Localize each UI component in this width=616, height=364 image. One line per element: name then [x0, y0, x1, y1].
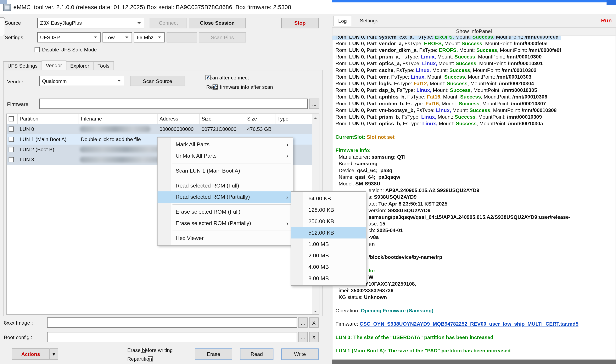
submenu-item-2-00-mb[interactable]: 2.00 MB	[291, 250, 366, 261]
submenu-item-1-00-mb[interactable]: 1.00 MB	[291, 238, 366, 250]
submenu-item-8-00-mb[interactable]: 8.00 MB	[291, 273, 366, 284]
source-dropdown-value: Z3X EasyJtagPlus	[40, 20, 82, 26]
column-header[interactable]: Address	[158, 114, 200, 124]
source-dropdown[interactable]: Z3X EasyJtagPlus	[37, 18, 144, 28]
log-line	[332, 327, 616, 334]
log-line: W	[332, 274, 616, 280]
log-line: Rom: LUN 0, Part: modem_b, FsType: Fat16…	[332, 100, 616, 107]
speed-dropdown-value: Low	[105, 34, 115, 40]
log-line	[332, 247, 616, 254]
actions-button[interactable]: Actions	[12, 349, 50, 360]
vendor-dropdown[interactable]: Qualcomm	[39, 76, 124, 86]
log-line: Model: SM-S938U	[332, 180, 616, 187]
tab-vendor[interactable]: Vendor	[41, 60, 66, 70]
scan-pins-button[interactable]: Scan Pins	[199, 32, 246, 42]
write-button[interactable]: Write	[281, 349, 319, 360]
log-line	[332, 300, 616, 307]
redacted-filename	[80, 126, 151, 132]
menu-item-erase-selected-rom-full-[interactable]: Erase selected ROM (Full)	[158, 206, 293, 218]
column-header[interactable]: Type	[275, 114, 314, 124]
boot-config-browse-button[interactable]: ...	[298, 332, 308, 342]
submenu-item-4-00-mb[interactable]: 4.00 MB	[291, 261, 366, 273]
menu-separator	[173, 163, 291, 163]
row-checkbox[interactable]	[9, 147, 14, 152]
tab-tools[interactable]: Tools	[93, 61, 114, 70]
menu-item-unmark-all-parts[interactable]: UnMark All Parts›	[158, 150, 293, 162]
main-tabstrip: UFS SettingsVendorExplorerTools	[3, 61, 113, 70]
image8xxx-clear-button[interactable]: X	[309, 317, 319, 327]
menu-item-erase-selected-rom-partially-[interactable]: Erase selected ROM (Partially)›	[158, 218, 293, 229]
log-line: ch: 2025-04-01	[332, 227, 616, 234]
log-tab-settings[interactable]: Settings	[355, 16, 383, 26]
column-header[interactable]: Size	[200, 114, 245, 124]
log-line: Operation: Opening Firmware (Samsung)	[332, 307, 616, 314]
frequency-dropdown[interactable]: 66 Mhz	[134, 32, 165, 42]
actions-dropdown-arrow-icon[interactable]: ▾	[50, 349, 58, 360]
scroll-down-icon[interactable]	[312, 308, 319, 314]
submenu-item-64-00-kb[interactable]: 64.00 KB	[291, 193, 366, 204]
disable-ufs-checkbox[interactable]	[35, 47, 40, 52]
log-line	[332, 314, 616, 320]
firmware-browse-button[interactable]: ...	[309, 99, 320, 109]
image8xxx-input[interactable]	[47, 317, 297, 327]
log-line	[332, 127, 616, 134]
menu-item-read-selected-rom-partially-[interactable]: Read selected ROM (Partially)›	[158, 191, 293, 203]
row-checkbox[interactable]	[9, 157, 14, 162]
boot-config-clear-button[interactable]: X	[309, 332, 319, 342]
table-row[interactable]: LUN 0000000000000007721C00000476.53 GB	[7, 124, 313, 134]
log-line: Device: qssi_64; pa3q	[332, 167, 616, 174]
tab-ufs-settings[interactable]: UFS Settings	[3, 61, 42, 70]
run-label: Run	[601, 17, 612, 24]
read-button[interactable]: Read	[240, 349, 273, 360]
row-checkbox-cell	[7, 144, 18, 155]
erase-button[interactable]: Erase	[195, 349, 232, 360]
log-line: Manufacturer: samsung; QTI	[332, 154, 616, 160]
log-line: LUN 1 (Main Boot A): The size of the "PA…	[332, 347, 616, 354]
menu-item-scan-lun-1-main-boot-a-[interactable]: Scan LUN 1 (Main Boot A)	[158, 165, 293, 177]
boot-config-input[interactable]	[47, 332, 297, 342]
image8xxx-label: 8xxx Image :	[4, 320, 33, 326]
log-area[interactable]: Rom: LUN 0, Part: system_ext_a, FsType: …	[332, 36, 616, 360]
log-line: Rom: LUN 0, Part: prism_b, FsType: Linux…	[332, 114, 616, 120]
scroll-up-icon[interactable]	[312, 114, 319, 120]
side-panel-handle[interactable]	[0, 17, 5, 36]
speed-dropdown[interactable]: Low	[103, 32, 132, 42]
log-line: Rom: LUN 0, Part: logfs, FsType: Fat12, …	[332, 80, 616, 87]
row-checkbox[interactable]	[9, 127, 14, 132]
show-infopanel-button[interactable]: Show InfoPanel	[332, 27, 616, 36]
log-line: Rom: LUN 0, Part: optics_a, FsType: Linu…	[332, 60, 616, 67]
row-checkbox[interactable]	[9, 137, 14, 142]
log-tab-log[interactable]: Log	[333, 16, 352, 26]
firmware-label: Firmware	[7, 101, 28, 107]
submenu-item-128-00-kb[interactable]: 128.00 KB	[291, 204, 366, 216]
menu-separator	[173, 204, 291, 205]
column-header[interactable]: Size	[245, 114, 275, 124]
interface-dropdown-value: UFS ISP	[40, 34, 60, 40]
read-fw-info-label: Read firmware info after scan	[206, 84, 273, 90]
partition-table-header: PartitionFilenameAddressSizeSizeType	[7, 114, 313, 124]
submenu-item-256-00-kb[interactable]: 256.00 KB	[291, 216, 366, 227]
interface-dropdown[interactable]: UFS ISP	[37, 32, 101, 42]
table-cell: LUN 1 (Main Boot A)	[18, 134, 79, 144]
column-header[interactable]: Partition	[18, 114, 79, 124]
header-checkbox[interactable]	[9, 116, 14, 122]
tab-explorer[interactable]: Explorer	[66, 61, 93, 70]
menu-item-hex-viewer[interactable]: Hex Viewer	[158, 233, 293, 244]
scan-source-button[interactable]: Scan Source	[130, 76, 185, 86]
row-checkbox-cell	[7, 134, 18, 144]
firmware-input[interactable]	[39, 99, 308, 109]
erase-before-writing-label: Erase before writing	[127, 347, 173, 353]
submenu-item-512-00-kb[interactable]: 512.00 KB	[291, 227, 366, 238]
image8xxx-browse-button[interactable]: ...	[298, 317, 308, 327]
settings-label: Settings	[5, 35, 23, 40]
row-checkbox-cell	[7, 155, 18, 165]
menu-item-read-selected-rom-full-[interactable]: Read selected ROM (Full)	[158, 180, 293, 191]
table-cell: Double-click to add the file	[79, 134, 158, 144]
connect-button[interactable]: Connect	[150, 18, 187, 28]
close-session-button[interactable]: Close Session	[189, 18, 245, 28]
log-line: Rom: LUN 0, Part: vm-bootsys_b, FsType: …	[332, 107, 616, 114]
column-header[interactable]: Filename	[79, 114, 158, 124]
stop-button[interactable]: Stop	[281, 18, 319, 28]
menu-item-mark-all-parts[interactable]: Mark All Parts›	[158, 139, 293, 150]
log-line: Firmware info:	[332, 147, 616, 154]
